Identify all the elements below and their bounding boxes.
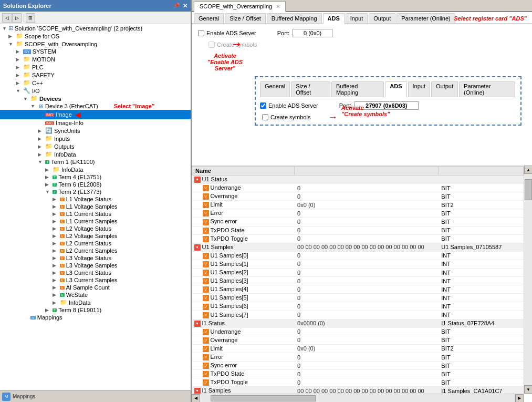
tree-item-l1-vs[interactable]: ▶ V L1 Voltage Status [0, 195, 191, 203]
float-tab-size-offset[interactable]: Size / Offset [291, 81, 330, 97]
tree-item-term8[interactable]: ▶ T Term 8 (EL9011) [0, 306, 191, 314]
float-tab-input[interactable]: Input [408, 81, 430, 97]
tree-item-mappings[interactable]: M Mappings [0, 314, 191, 321]
tree-item-system[interactable]: ▶ SY SYSTEM [0, 48, 191, 55]
tree-item-l1-cs[interactable]: ▶ V L1 Current Status [0, 210, 191, 218]
table-row[interactable]: ▼U1 Samples00 00 00 00 00 00 00 00 00 00… [192, 243, 524, 251]
table-row[interactable]: VUnderrange0BIT [192, 327, 524, 336]
float-tab-ads[interactable]: ADS [385, 81, 406, 97]
tree-item-scope-os[interactable]: ▶ 📁 Scope for OS [0, 32, 191, 40]
tree-item-wcstate[interactable]: ▶ V WcState [0, 291, 191, 298]
tab-general[interactable]: General [194, 13, 224, 23]
scrollbar-right-btn[interactable]: ▶ [515, 394, 524, 403]
tree-item-l3-csamples[interactable]: ▶ V L3 Current Samples [0, 276, 191, 284]
table-row[interactable]: VLimit0x0 (0)BIT2 [192, 344, 524, 353]
tree-item-term2[interactable]: ▼ T Term 2 (EL3773) [0, 188, 191, 195]
tree-item-l2-cs[interactable]: ▶ V L2 Current Status [0, 240, 191, 247]
table-row[interactable]: VTxPDO Toggle0BIT [192, 378, 524, 387]
tree-item-image[interactable]: IMG Image ◀ [0, 110, 191, 119]
table-row[interactable]: VOverrange0BIT [192, 336, 524, 344]
table-row[interactable]: VU1 Samples[3]0INT [192, 277, 524, 285]
scrollbar-left-btn[interactable]: ◀ [192, 394, 200, 403]
h-scrollbar[interactable]: ◀ ▶ [192, 394, 524, 402]
table-row[interactable]: VTxPDO Toggle0BIT [192, 234, 524, 243]
v-scrollbar[interactable]: ▲ ▼ [524, 166, 532, 394]
float-tab-general[interactable]: General [260, 81, 290, 97]
table-row[interactable]: ▼I1 Samples00 00 00 00 00 00 00 00 00 00… [192, 387, 524, 394]
table-row[interactable]: VLimit0x0 (0)BIT2 [192, 201, 524, 209]
tab-parameter-online[interactable]: Parameter (Online) [397, 13, 455, 23]
tree-item-syncunits[interactable]: ▶ 🔄 SyncUnits [0, 127, 191, 135]
tree-item-image-info[interactable]: IMG Image-Info [0, 119, 191, 127]
table-row[interactable]: VUnderrange0BIT [192, 184, 524, 192]
tree-item-cpp[interactable]: ▶ 📁 C++ [0, 79, 191, 87]
tab-output[interactable]: Output [369, 13, 395, 23]
tree-item-term4[interactable]: ▶ T Term 4 (EL3751) [0, 173, 191, 181]
table-row[interactable]: VU1 Samples[7]0INT [192, 311, 524, 319]
tree-item-motion[interactable]: ▶ 📁 MOTION [0, 55, 191, 63]
table-row[interactable]: VU1 Samples[1]0INT [192, 260, 524, 268]
main-tab[interactable]: SCOPE_with_Oversampling × [194, 1, 286, 12]
tree-item-device3[interactable]: ▼ 🖥 Device 3 (EtherCAT) Select "Image" [0, 102, 191, 110]
tree-item-safety[interactable]: ▶ 📁 SAFETY [0, 71, 191, 79]
se-bottom-icon[interactable]: M [2, 393, 11, 401]
table-row[interactable]: VU1 Samples[0]0INT [192, 251, 524, 260]
enable-ads-checkbox-label[interactable]: Enable ADS Server [198, 30, 256, 36]
tree-item-ai-sample[interactable]: ▶ V AI Sample Count [0, 284, 191, 291]
float-tab-buffered-mapping[interactable]: Buffered Mapping [331, 81, 384, 97]
tree-item-l2-vs[interactable]: ▶ V L2 Voltage Status [0, 225, 191, 232]
tree-item-solution[interactable]: ▼ ⊞ Solution 'SCOPE_with_Oversampling' (… [0, 24, 191, 32]
table-row[interactable]: VU1 Samples[6]0INT [192, 302, 524, 311]
table-row[interactable]: VError0BIT [192, 353, 524, 361]
tree-item-l2-csamples[interactable]: ▶ V L2 Current Samples [0, 247, 191, 254]
create-symbols-checkbox-bg[interactable] [208, 42, 215, 48]
table-row[interactable]: VU1 Samples[5]0INT [192, 294, 524, 302]
float-create-symbols-label[interactable]: Create symbols [262, 114, 310, 120]
scrollbar-up-btn[interactable]: ▲ [524, 166, 532, 174]
tree-item-devices[interactable]: ▼ 📁 Devices [0, 95, 191, 102]
tree-item-outputs[interactable]: ▶ 📁 Outputs [0, 142, 191, 150]
tree-item-l1-vsamples[interactable]: ▶ V L1 Voltage Samples [0, 203, 191, 210]
tree-item-l3-vsamples[interactable]: ▶ V L3 Voltage Samples [0, 262, 191, 269]
float-tab-parameter-online[interactable]: Parameter (Online) [459, 81, 515, 97]
float-enable-ads-checkbox[interactable] [260, 102, 266, 109]
tree-item-term1[interactable]: ▼ T Term 1 (EK1100) [0, 158, 191, 166]
se-close-icon[interactable]: ✕ [183, 3, 187, 9]
table-row[interactable]: ▼U1 Status [192, 176, 524, 184]
tree-item-l1-csamples[interactable]: ▶ V L1 Current Samples [0, 218, 191, 225]
main-tab-close[interactable]: × [276, 3, 279, 9]
se-toolbar-btn-1[interactable]: ◁ [2, 13, 12, 23]
tree-item-infodata2[interactable]: ▶ 📁 InfoData [0, 166, 191, 173]
create-symbols-label[interactable]: Create symbols [208, 42, 257, 48]
tree-item-infodata[interactable]: ▶ 📁 InfoData [0, 150, 191, 158]
tab-size-offset[interactable]: Size / Offset [225, 13, 266, 23]
table-row[interactable]: VTxPDO State0BIT [192, 226, 524, 234]
tree-item-l3-cs[interactable]: ▶ V L3 Current Status [0, 269, 191, 276]
tab-ads[interactable]: ADS [323, 13, 345, 24]
tree-item-l2-vsamples[interactable]: ▶ V L2 Voltage Samples [0, 232, 191, 240]
table-row[interactable]: ▼I1 Status0x0000 (0)I1 Status_07E728A4 [192, 319, 524, 327]
se-toolbar-btn-3[interactable]: ⊞ [26, 13, 35, 23]
tree-item-infodata3[interactable]: ▶ 📁 InfoData [0, 298, 191, 306]
float-enable-ads-label[interactable]: Enable ADS Server [260, 102, 318, 109]
table-row[interactable]: VError0BIT [192, 209, 524, 218]
table-row[interactable]: VU1 Samples[2]0INT [192, 269, 524, 277]
tab-input[interactable]: Input [346, 13, 368, 23]
tree-item-l3-vs[interactable]: ▶ V L3 Voltage Status [0, 254, 191, 262]
table-row[interactable]: VU1 Samples[4]0INT [192, 285, 524, 294]
table-row[interactable]: VTxPDO State0BIT [192, 370, 524, 378]
float-tab-output[interactable]: Output [431, 81, 458, 97]
tree-item-term6[interactable]: ▶ T Term 6 (EL2008) [0, 181, 191, 188]
se-pin-icon[interactable]: 📌 [173, 3, 180, 9]
tree-item-plc[interactable]: ▶ 📁 PLC [0, 63, 191, 71]
tree-item-inputs[interactable]: ▶ 📁 Inputs [0, 135, 191, 142]
tree-item-io[interactable]: ▼ 🔧 I/O [0, 87, 191, 95]
scrollbar-thumb[interactable] [525, 179, 532, 200]
table-row[interactable]: VSync error0BIT [192, 362, 524, 370]
scrollbar-down-btn[interactable]: ▼ [524, 385, 532, 394]
float-create-symbols-checkbox[interactable] [262, 114, 268, 120]
table-row[interactable]: VOverrange0BIT [192, 192, 524, 201]
table-row[interactable]: VSync error0BIT [192, 218, 524, 226]
tab-buffered-mapping[interactable]: Buffered Mapping [267, 13, 322, 23]
h-scrollbar-thumb[interactable] [211, 395, 316, 401]
